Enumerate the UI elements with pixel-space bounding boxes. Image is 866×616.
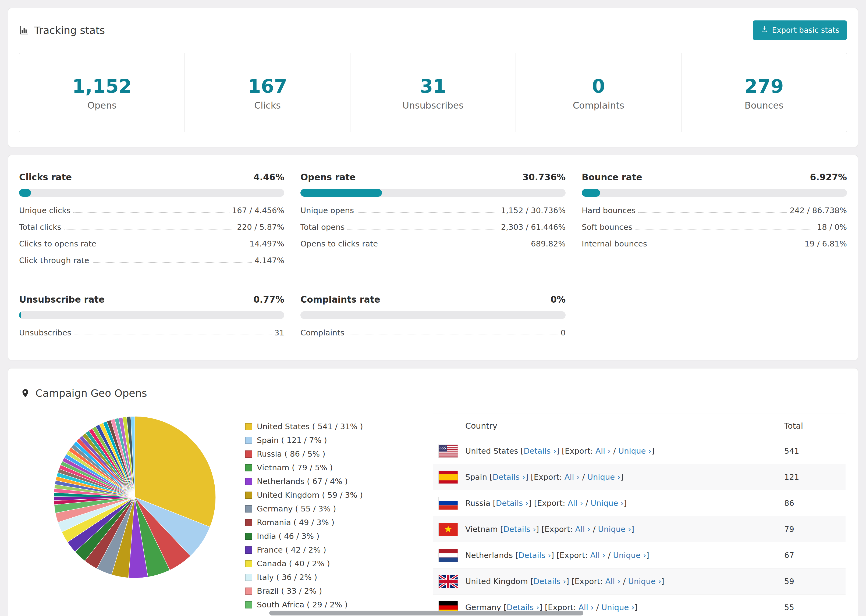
legend-item[interactable]: Vietnam ( 79 / 5% ) — [245, 463, 363, 472]
legend-item[interactable]: India ( 46 / 3% ) — [245, 532, 363, 541]
rate-stat-label: Click through rate — [19, 256, 89, 265]
export-all-link[interactable]: All › — [575, 525, 590, 534]
rate-title: Unsubscribe rate — [19, 294, 105, 305]
export-icon — [760, 25, 768, 35]
rate-title: Opens rate — [301, 172, 356, 182]
geo-total: 541 — [784, 446, 846, 456]
export-basic-stats-button[interactable]: Export basic stats — [753, 20, 847, 40]
legend-label: Canada ( 40 / 2% ) — [257, 559, 330, 568]
geo-total: 79 — [784, 525, 846, 534]
export-all-link[interactable]: All › — [568, 498, 583, 508]
flag-ru-icon — [439, 497, 458, 509]
legend-label: Netherlands ( 67 / 4% ) — [257, 477, 348, 486]
export-unique-link[interactable]: Unique › — [613, 551, 646, 560]
legend-item[interactable]: Canada ( 40 / 2% ) — [245, 559, 363, 568]
stat-box-complaints: 0 Complaints — [516, 53, 681, 132]
details-link[interactable]: Details › — [493, 473, 525, 482]
rate-stat-value: 1,152 / 30.736% — [501, 206, 565, 215]
dotted-leader — [635, 229, 814, 229]
rate-stat-row: Clicks to opens rate 14.497% — [19, 236, 284, 252]
progress-bar-fill — [301, 189, 382, 197]
export-all-link[interactable]: All › — [590, 551, 605, 560]
dotted-leader — [99, 246, 247, 246]
export-all-link[interactable]: All › — [605, 577, 620, 586]
rate-value: 0.77% — [254, 294, 285, 305]
stat-box-unsubscribes: 31 Unsubscribes — [350, 53, 516, 132]
rate-stat-value: 4.147% — [254, 256, 284, 265]
export-unique-link[interactable]: Unique › — [598, 525, 631, 534]
rate-stat-value: 2,303 / 61.446% — [501, 223, 565, 232]
pie-legend: United States ( 541 / 31% ) Spain ( 121 … — [245, 422, 363, 614]
export-unique-link[interactable]: Unique › — [628, 577, 661, 586]
geo-table-row: Netherlands [Details ›] [Export: All › /… — [433, 542, 846, 568]
rate-stat-label: Unsubscribes — [19, 328, 71, 337]
bar-chart-icon — [19, 25, 29, 35]
rate-stat-label: Hard bounces — [582, 206, 636, 215]
geo-table-row: Spain [Details ›] [Export: All › / Uniqu… — [433, 464, 846, 490]
legend-swatch — [245, 464, 252, 471]
legend-swatch — [245, 519, 252, 526]
legend-swatch — [245, 437, 252, 444]
legend-item[interactable]: Brazil ( 33 / 2% ) — [245, 586, 363, 596]
legend-item[interactable]: Spain ( 121 / 7% ) — [245, 436, 363, 445]
dotted-leader — [64, 229, 234, 229]
rate-stat-label: Opens to clicks rate — [301, 239, 378, 248]
legend-item[interactable]: Romania ( 49 / 3% ) — [245, 518, 363, 527]
export-unique-link[interactable]: Unique › — [587, 473, 620, 482]
legend-label: Russia ( 86 / 5% ) — [257, 449, 326, 459]
flag-vn-icon — [439, 523, 458, 536]
legend-item[interactable]: Germany ( 55 / 3% ) — [245, 504, 363, 513]
details-link[interactable]: Details › — [524, 446, 556, 456]
stat-label: Clicks — [185, 100, 350, 111]
details-link[interactable]: Details › — [503, 525, 536, 534]
rate-block-header: Unsubscribe rate 0.77% — [19, 294, 284, 305]
legend-item[interactable]: South Africa ( 29 / 2% ) — [245, 600, 363, 609]
legend-label: Germany ( 55 / 3% ) — [257, 504, 336, 513]
rate-stat-row: Unique opens 1,152 / 30.736% — [301, 202, 565, 219]
legend-item[interactable]: Italy ( 36 / 2% ) — [245, 573, 363, 582]
rate-stat-row: Soft bounces 18 / 0% — [582, 219, 847, 236]
progress-bar — [301, 189, 565, 197]
details-link[interactable]: Details › — [496, 498, 529, 508]
legend-item[interactable]: United Kingdom ( 59 / 3% ) — [245, 490, 363, 500]
export-all-link[interactable]: All › — [565, 473, 580, 482]
geo-content: United States ( 541 / 31% ) Spain ( 121 … — [20, 410, 846, 616]
tracking-stats-card: Tracking stats Export basic stats 1,152 … — [8, 8, 858, 147]
export-button-label: Export basic stats — [772, 26, 839, 35]
export-unique-link[interactable]: Unique › — [618, 446, 651, 456]
details-link[interactable]: Details › — [518, 551, 551, 560]
geo-table-body: United States [Details ›] [Export: All ›… — [433, 438, 846, 616]
export-unique-link[interactable]: Unique › — [601, 603, 635, 612]
export-unique-link[interactable]: Unique › — [590, 498, 624, 508]
rate-stat-row: Unsubscribes 31 — [19, 324, 284, 341]
stat-value: 167 — [185, 75, 350, 97]
geo-total: 59 — [784, 577, 846, 586]
legend-item[interactable]: France ( 42 / 2% ) — [245, 545, 363, 555]
export-all-link[interactable]: All › — [595, 446, 611, 456]
rate-stat-value: 689.82% — [531, 239, 565, 248]
export-prefix: Export: — [537, 498, 568, 508]
legend-label: South Africa ( 29 / 2% ) — [257, 600, 348, 609]
legend-label: Vietnam ( 79 / 5% ) — [257, 463, 333, 472]
total-column-header: Total — [784, 421, 846, 431]
legend-swatch — [245, 505, 252, 512]
rate-stat-row: Hard bounces 242 / 86.738% — [582, 202, 847, 219]
rate-stat-row: Complaints 0 — [301, 324, 565, 341]
legend-item[interactable]: Netherlands ( 67 / 4% ) — [245, 477, 363, 486]
details-link[interactable]: Details › — [533, 577, 566, 586]
rate-block: Clicks rate 4.46% Unique clicks 167 / 4.… — [19, 172, 284, 269]
legend-swatch — [245, 533, 252, 540]
stat-value: 0 — [516, 75, 681, 97]
rate-block: Opens rate 30.736% Unique opens 1,152 / … — [301, 172, 565, 269]
legend-item[interactable]: United States ( 541 / 31% ) — [245, 422, 363, 431]
export-prefix: Export: — [534, 473, 565, 482]
export-prefix: Export: — [560, 551, 590, 560]
legend-swatch — [245, 588, 252, 595]
rate-title: Complaints rate — [301, 294, 380, 305]
horizontal-scrollbar-thumb[interactable] — [269, 611, 583, 616]
rate-stat-value: 14.497% — [250, 239, 284, 248]
legend-item[interactable]: Russia ( 86 / 5% ) — [245, 449, 363, 459]
stat-box-clicks: 167 Clicks — [184, 53, 350, 132]
dotted-leader — [73, 212, 229, 213]
rate-block-header: Bounce rate 6.927% — [582, 172, 847, 182]
